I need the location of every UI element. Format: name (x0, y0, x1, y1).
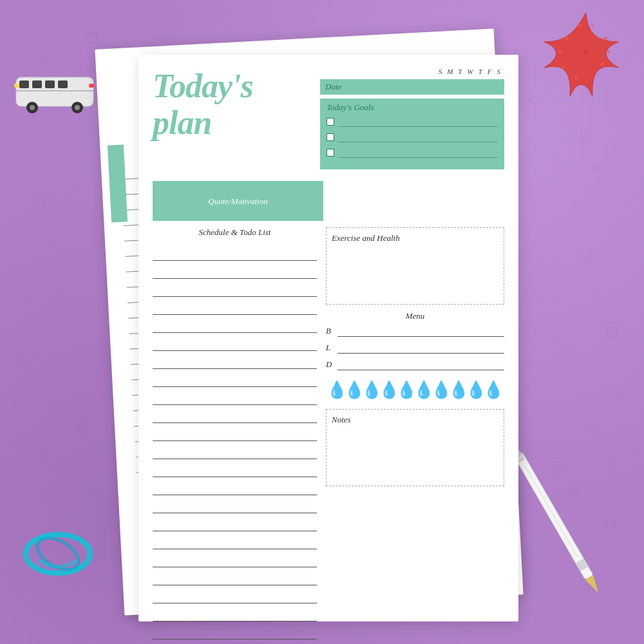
menu-item-dinner[interactable]: D (326, 359, 504, 370)
water-drop-8[interactable]: 💧 (451, 381, 466, 399)
schedule-line[interactable] (153, 261, 317, 279)
svg-point-7 (574, 75, 578, 79)
notes-box[interactable]: Notes (326, 409, 504, 486)
main-paper: Today's plan S M T W T F S Date Today's … (138, 55, 518, 621)
menu-label-d: D (326, 359, 337, 370)
water-drop-9[interactable]: 💧 (469, 381, 483, 399)
svg-point-2 (591, 24, 594, 27)
notes-title: Notes (332, 415, 498, 425)
svg-point-17 (71, 102, 83, 113)
goal-item-3[interactable] (327, 147, 498, 158)
svg-rect-13 (32, 80, 42, 88)
dow-s2: S (497, 68, 502, 75)
svg-point-1 (578, 24, 582, 28)
date-label: Date (325, 82, 341, 91)
schedule-line[interactable] (153, 387, 317, 405)
svg-point-8 (562, 66, 565, 69)
schedule-column: Schedule & Todo List (153, 227, 317, 639)
schedule-line[interactable] (153, 297, 317, 315)
menu-line-l[interactable] (337, 342, 504, 354)
svg-rect-12 (19, 80, 29, 88)
menu-line-d[interactable] (337, 359, 504, 370)
svg-point-10 (583, 49, 589, 54)
schedule-line[interactable] (153, 495, 317, 513)
water-tracking-row: 💧 💧 💧 💧 💧 💧 💧 💧 💧 💧 (326, 377, 504, 402)
dow-m: M (447, 68, 454, 75)
menu-item-lunch[interactable]: L (326, 342, 504, 354)
goals-box: Today's Goals (320, 99, 504, 169)
water-drop-6[interactable]: 💧 (417, 381, 431, 399)
schedule-line[interactable] (153, 477, 317, 495)
menu-line-b[interactable] (337, 325, 504, 337)
dow-w: W (467, 68, 474, 75)
schedule-line[interactable] (153, 351, 317, 369)
water-drop-3[interactable]: 💧 (365, 381, 379, 399)
svg-rect-14 (45, 80, 55, 88)
goal-checkbox-2[interactable] (327, 133, 334, 141)
goal-item-2[interactable] (327, 132, 498, 142)
schedule-line[interactable] (153, 585, 317, 603)
dow-f: F (488, 68, 493, 75)
schedule-line[interactable] (153, 603, 317, 621)
menu-label-b: B (326, 326, 337, 336)
svg-rect-11 (16, 77, 93, 106)
svg-point-23 (26, 535, 90, 573)
water-drop-10[interactable]: 💧 (486, 381, 500, 399)
quote-box[interactable]: Quote/Motivation (153, 181, 323, 221)
goal-checkbox-3[interactable] (327, 149, 334, 156)
schedule-line[interactable] (153, 513, 317, 531)
page-title: Today's plan (153, 68, 314, 141)
svg-point-5 (600, 62, 604, 66)
schedule-line[interactable] (153, 405, 317, 423)
svg-point-16 (26, 102, 38, 113)
exercise-box[interactable]: Exercise and Health (326, 227, 504, 305)
svg-point-6 (588, 76, 591, 79)
svg-rect-15 (58, 80, 68, 88)
water-drop-1[interactable]: 💧 (330, 381, 344, 399)
starfish-decoration (535, 6, 638, 109)
schedule-line[interactable] (153, 279, 317, 297)
svg-rect-21 (89, 84, 94, 88)
schedule-line[interactable] (153, 423, 317, 441)
goal-item-1[interactable] (327, 117, 498, 127)
schedule-line[interactable] (153, 243, 317, 261)
schedule-lines (153, 243, 317, 639)
svg-point-9 (558, 50, 562, 53)
goals-title: Today's Goals (327, 102, 498, 113)
schedule-line[interactable] (153, 621, 317, 639)
schedule-line[interactable] (153, 459, 317, 477)
water-drop-7[interactable]: 💧 (434, 381, 448, 399)
goal-checkbox-1[interactable] (327, 118, 334, 126)
info-column: Exercise and Health Menu B L D (326, 227, 504, 639)
date-bar[interactable]: Date (320, 79, 504, 95)
schedule-line[interactable] (153, 315, 317, 333)
schedule-line[interactable] (153, 441, 317, 459)
schedule-line[interactable] (153, 531, 317, 549)
water-drop-2[interactable]: 💧 (347, 381, 361, 399)
schedule-title: Schedule & Todo List (153, 227, 317, 238)
water-drop-5[interactable]: 💧 (399, 381, 413, 399)
svg-rect-29 (518, 458, 525, 463)
toybus-decoration (13, 64, 103, 116)
schedule-line[interactable] (153, 369, 317, 387)
schedule-line[interactable] (153, 549, 317, 567)
exercise-title: Exercise and Health (332, 233, 498, 243)
svg-point-4 (607, 50, 610, 53)
schedule-line[interactable] (153, 567, 317, 585)
svg-marker-26 (585, 575, 602, 595)
title-area: Today's plan (153, 68, 314, 141)
water-drop-4[interactable]: 💧 (382, 381, 396, 399)
menu-section: Menu B L D (326, 311, 504, 370)
svg-rect-22 (16, 90, 93, 91)
svg-point-0 (565, 37, 569, 41)
right-panel: S M T W T F S Date Today's Goals (314, 68, 504, 175)
dow-s1: S (439, 68, 444, 75)
svg-rect-20 (14, 84, 19, 88)
content-row: Schedule & Todo List (153, 227, 504, 639)
svg-line-30 (525, 466, 578, 558)
schedule-line[interactable] (153, 333, 317, 351)
menu-title: Menu (326, 311, 504, 321)
svg-point-3 (603, 37, 607, 41)
svg-point-19 (75, 105, 80, 110)
menu-item-breakfast[interactable]: B (326, 325, 504, 337)
